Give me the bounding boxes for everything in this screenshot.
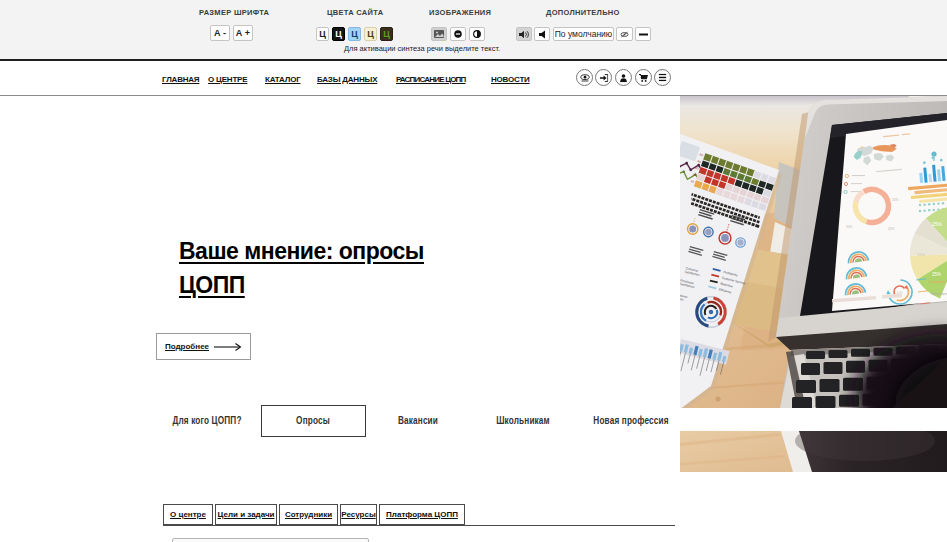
svg-text:25%: 25% [888, 227, 895, 231]
svg-text:Customer S: Customer S [929, 280, 947, 284]
svg-text:15%: 15% [917, 252, 925, 257]
svg-text:Retention: Retention [931, 292, 947, 296]
svg-text:15%: 15% [892, 198, 899, 202]
svg-text:25%: 25% [932, 272, 941, 277]
svg-text:25%: 25% [932, 221, 943, 227]
svg-text:50%: 50% [846, 225, 853, 229]
